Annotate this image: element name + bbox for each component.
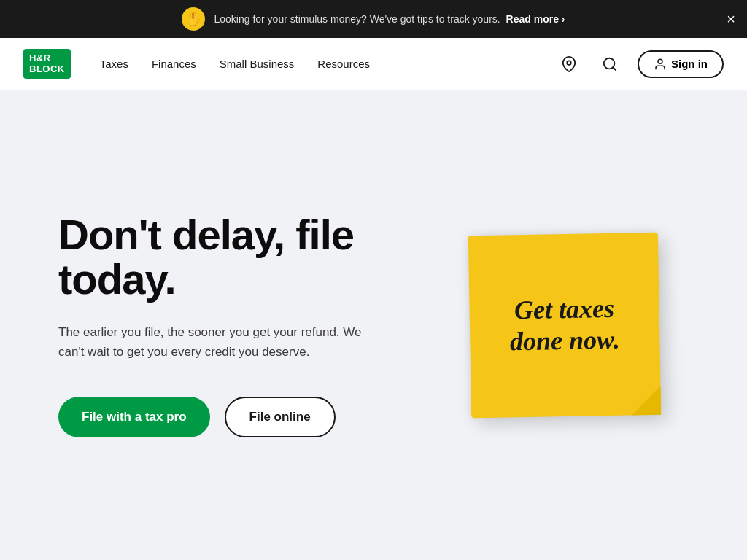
hand-icon: ✋ [182, 7, 205, 31]
nav-link-small-business[interactable]: Small Business [220, 58, 295, 70]
banner-close-button[interactable]: × [727, 12, 735, 26]
file-online-button[interactable]: File online [225, 397, 336, 438]
banner-main-text: Looking for your stimulus money? We've g… [214, 13, 500, 25]
nav-link-resources[interactable]: Resources [317, 58, 370, 70]
search-icon-button[interactable] [597, 51, 623, 77]
svg-point-3 [658, 59, 662, 63]
nav-link-taxes[interactable]: Taxes [100, 58, 128, 70]
hero-content: Don't delay, file today. The earlier you… [58, 213, 365, 438]
hero-title: Don't delay, file today. [58, 213, 365, 302]
hero-section: Don't delay, file today. The earlier you… [0, 90, 747, 560]
location-icon-button[interactable] [556, 51, 582, 77]
logo[interactable]: H&R BLOCK [23, 49, 71, 79]
logo-box: H&R BLOCK [23, 49, 71, 79]
nav-right: Sign in [556, 50, 724, 78]
hero-subtitle: The earlier you file, the sooner you get… [58, 322, 365, 362]
nav-link-finances[interactable]: Finances [152, 58, 196, 70]
file-with-tax-pro-button[interactable]: File with a tax pro [58, 397, 210, 438]
person-icon [654, 58, 667, 71]
sign-in-button[interactable]: Sign in [638, 50, 724, 78]
logo-line2: BLOCK [29, 64, 65, 74]
sticky-note-text: Get taxes done now. [495, 278, 635, 373]
nav-links: Taxes Finances Small Business Resources [100, 58, 556, 70]
banner-read-more-link[interactable]: Read more [506, 13, 565, 25]
sticky-note-container: Get taxes done now. [470, 234, 659, 416]
svg-line-2 [613, 67, 616, 70]
top-banner: ✋ Looking for your stimulus money? We've… [0, 0, 747, 38]
sticky-note: Get taxes done now. [468, 233, 661, 418]
sign-in-label: Sign in [671, 58, 708, 70]
svg-point-0 [567, 61, 571, 65]
hero-buttons: File with a tax pro File online [58, 397, 365, 438]
main-nav: H&R BLOCK Taxes Finances Small Business … [0, 38, 747, 90]
banner-text: Looking for your stimulus money? We've g… [214, 13, 565, 25]
logo-line1: H&R [29, 53, 65, 63]
